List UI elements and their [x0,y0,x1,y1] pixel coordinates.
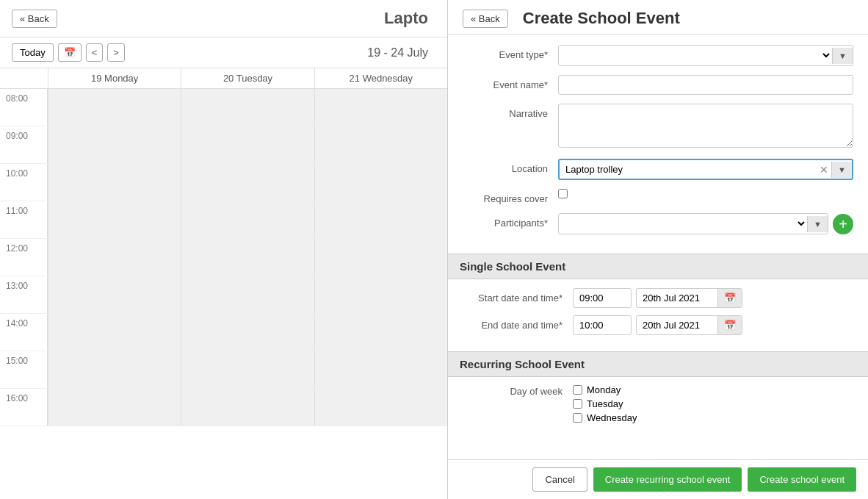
cal-cell-mon-0900[interactable] [48,126,181,163]
add-participant-button[interactable]: + [833,214,853,234]
end-date-cal-icon[interactable]: 📅 [717,316,742,334]
single-section-body: Start date and time* 📅 End date and time… [448,279,868,351]
cal-cell-mon-1000[interactable] [48,164,181,201]
narrative-row: Narrative [463,104,853,150]
event-type-select-wrapper: ▼ [558,45,853,66]
end-datetime-row: End date and time* 📅 [463,315,853,335]
start-datetime-label: Start date and time* [463,292,573,304]
time-0800: 08:00 [0,89,48,126]
time-0900: 09:00 [0,126,48,163]
end-date-input[interactable] [637,316,717,334]
cal-cell-mon-1400[interactable] [48,314,181,351]
day-of-week-row: Day of week Monday Tuesday Wednesday [448,377,868,431]
cal-cell-tue-0800[interactable] [181,89,314,126]
day-label-tue: 20 Tuesday [181,68,314,88]
end-date-wrapper: 📅 [636,315,742,335]
cal-row-1600: 16:00 [0,389,447,426]
cal-cell-tue-1200[interactable] [181,239,314,276]
cal-cell-wed-0900[interactable] [314,126,447,163]
end-time-input[interactable] [573,315,632,335]
create-recurring-button[interactable]: Create recurring school event [593,467,742,492]
requires-cover-control [558,189,853,201]
cal-cell-tue-1100[interactable] [181,201,314,238]
event-type-dropdown-arrow[interactable]: ▼ [832,48,853,64]
time-column-header [0,68,48,88]
cal-cell-wed-1000[interactable] [314,164,447,201]
cal-cell-wed-1300[interactable] [314,276,447,313]
form-back-button[interactable]: « Back [463,10,508,28]
cal-cell-mon-1100[interactable] [48,201,181,238]
end-datetime-inputs: 📅 [573,315,742,335]
cal-cell-wed-1400[interactable] [314,314,447,351]
time-1000: 10:00 [0,164,48,201]
dow-tuesday-checkbox[interactable] [573,399,582,409]
cal-cell-tue-1000[interactable] [181,164,314,201]
cal-cell-tue-1500[interactable] [181,351,314,388]
dow-wednesday-checkbox[interactable] [573,413,582,423]
participants-select-wrapper: ▼ [558,213,828,234]
form-panel: « Back Create School Event Event type* ▼… [448,0,868,499]
cal-cell-mon-1600[interactable] [48,389,181,426]
cal-cell-mon-1500[interactable] [48,351,181,388]
narrative-textarea[interactable] [558,104,853,148]
form-footer: Cancel Create recurring school event Cre… [448,459,868,499]
start-time-input[interactable] [573,288,632,308]
time-1300: 13:00 [0,276,48,313]
cal-header: « Back Lapto [0,0,447,37]
participants-dropdown-arrow[interactable]: ▼ [807,216,828,232]
time-1200: 12:00 [0,239,48,276]
cal-cell-tue-1300[interactable] [181,276,314,313]
start-date-wrapper: 📅 [636,288,742,308]
cal-cell-wed-1500[interactable] [314,351,447,388]
form-title: Create School Event [523,9,680,28]
cal-cell-tue-1600[interactable] [181,389,314,426]
cal-row-1100: 11:00 [0,201,447,239]
location-dropdown-arrow[interactable]: ▼ [831,162,852,178]
cal-row-1400: 14:00 [0,314,447,351]
form-fields: Event type* ▼ Event name* Narrative [448,35,868,254]
today-button[interactable]: Today [12,43,54,62]
participants-select[interactable] [559,214,807,234]
cal-row-0800: 08:00 [0,89,447,126]
cal-nav: Today 📅 < > 19 - 24 July [0,37,447,68]
next-button[interactable]: > [107,43,125,62]
cal-row-1300: 13:00 [0,276,447,314]
cal-cell-tue-0900[interactable] [181,126,314,163]
cancel-button[interactable]: Cancel [532,467,587,492]
cal-row-1200: 12:00 [0,239,447,276]
cal-days-header: 19 Monday 20 Tuesday 21 Wednesday [0,68,447,89]
end-datetime-label: End date and time* [463,320,573,331]
time-1500: 15:00 [0,351,48,388]
event-type-select[interactable] [559,46,832,65]
cal-cell-mon-0800[interactable] [48,89,181,126]
cal-row-1000: 10:00 [0,164,447,201]
cal-cell-wed-0800[interactable] [314,89,447,126]
participants-wrapper: ▼ + [558,213,853,234]
dow-tuesday: Tuesday [573,398,637,409]
participants-control: ▼ + [558,213,853,234]
participants-label: Participants* [463,213,558,229]
dow-monday-checkbox[interactable] [573,385,582,395]
requires-cover-row: Requires cover [463,189,853,204]
event-name-input[interactable] [558,75,853,95]
location-control: ✕ ▼ [558,159,853,180]
narrative-control [558,104,853,150]
start-date-cal-icon[interactable]: 📅 [717,289,742,307]
prev-button[interactable]: < [86,43,104,62]
location-input[interactable] [560,160,817,179]
requires-cover-checkbox[interactable] [558,189,568,198]
cal-cell-wed-1600[interactable] [314,389,447,426]
start-date-input[interactable] [637,289,717,307]
cal-back-button[interactable]: « Back [12,10,57,28]
create-event-button[interactable]: Create school event [748,467,856,492]
start-datetime-row: Start date and time* 📅 [463,288,853,308]
location-clear-icon[interactable]: ✕ [817,164,831,176]
cal-cell-wed-1200[interactable] [314,239,447,276]
cal-cell-wed-1100[interactable] [314,201,447,238]
cal-cell-mon-1300[interactable] [48,276,181,313]
cal-cell-mon-1200[interactable] [48,239,181,276]
form-body: Event type* ▼ Event name* Narrative [448,35,868,459]
cal-cell-tue-1400[interactable] [181,314,314,351]
calendar-icon-button[interactable]: 📅 [58,43,82,62]
dow-wednesday-label: Wednesday [587,412,637,423]
